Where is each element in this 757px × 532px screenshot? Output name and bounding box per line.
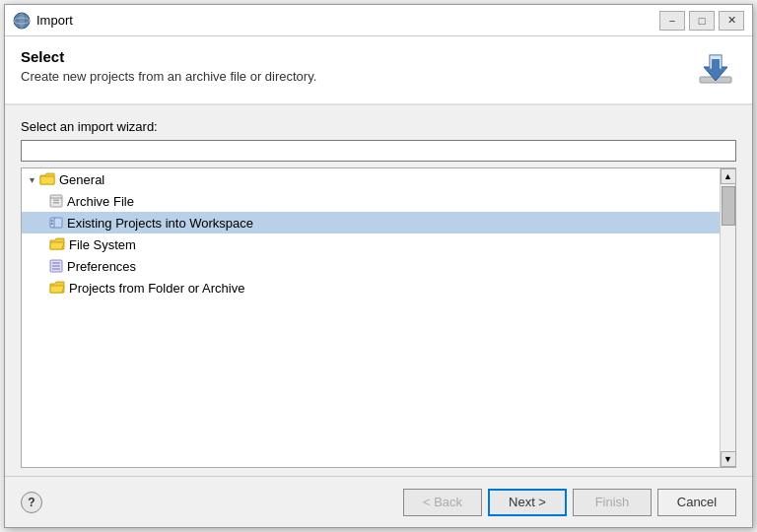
footer-left: ? [21,492,42,513]
tree-item-file-system[interactable]: File System [22,233,720,255]
header-text: Select Create new projects from an archi… [21,48,695,84]
svg-point-1 [19,13,25,29]
back-button[interactable]: < Back [403,489,482,516]
header-section: Select Create new projects from an archi… [5,36,752,105]
help-button[interactable]: ? [21,492,42,513]
tree-item-label-prefs: Preferences [67,259,136,274]
finish-button[interactable]: Finish [573,489,652,516]
tree-list: ▾ General [22,168,720,467]
tree-item-label-filesystem: File System [69,237,136,252]
svg-rect-11 [53,202,59,204]
search-input[interactable] [21,140,736,162]
footer-buttons: < Back Next > Finish Cancel [403,489,736,516]
wizard-label: Select an import wizard: [21,119,736,134]
header-icon [695,48,736,90]
tree-item-preferences[interactable]: Preferences [22,255,720,277]
tree-item-existing-projects[interactable]: Existing Projects into Workspace [22,212,720,233]
scroll-thumb[interactable] [722,186,735,226]
next-button[interactable]: Next > [488,489,567,516]
title-bar: Import − □ ✕ [5,5,752,36]
svg-point-14 [51,220,53,222]
footer: ? < Back Next > Finish Cancel [5,476,752,527]
svg-marker-7 [706,59,725,79]
scroll-track[interactable] [721,184,735,451]
tree-container: ▾ General [21,167,736,468]
app-icon [13,12,31,30]
tree-item-label-general: General [59,172,104,187]
tree-item-label-archive: Archive File [67,194,134,209]
import-dialog: Import − □ ✕ Select Create new projects … [4,4,753,528]
cancel-button[interactable]: Cancel [657,489,736,516]
project-icon [49,216,63,230]
folder-open-icon [49,237,65,251]
scroll-down-arrow[interactable]: ▼ [721,451,736,467]
svg-point-15 [51,223,53,225]
folder-archive-icon [49,281,65,295]
tree-item-archive-file[interactable]: Archive File [22,190,720,212]
scroll-up-arrow[interactable]: ▲ [721,168,736,184]
preferences-icon [49,259,63,273]
tree-item-projects-folder[interactable]: Projects from Folder or Archive [22,277,720,299]
svg-rect-10 [53,200,59,202]
minimize-button[interactable]: − [659,11,685,31]
dialog-title: Import [36,13,659,28]
content-area: Select an import wizard: ▾ General [5,105,752,476]
close-button[interactable]: ✕ [719,11,744,31]
folder-icon [39,172,55,186]
window-controls: − □ ✕ [659,11,744,31]
archive-icon [49,194,63,208]
header-title: Select [21,48,695,65]
header-description: Create new projects from an archive file… [21,69,695,84]
tree-scrollbar: ▲ ▼ [720,168,735,467]
chevron-down-icon: ▾ [26,174,37,185]
tree-item-general[interactable]: ▾ General [22,168,720,190]
maximize-button[interactable]: □ [689,11,715,31]
tree-item-label-existing: Existing Projects into Workspace [67,216,253,231]
tree-item-label-projects-folder: Projects from Folder or Archive [69,281,244,296]
